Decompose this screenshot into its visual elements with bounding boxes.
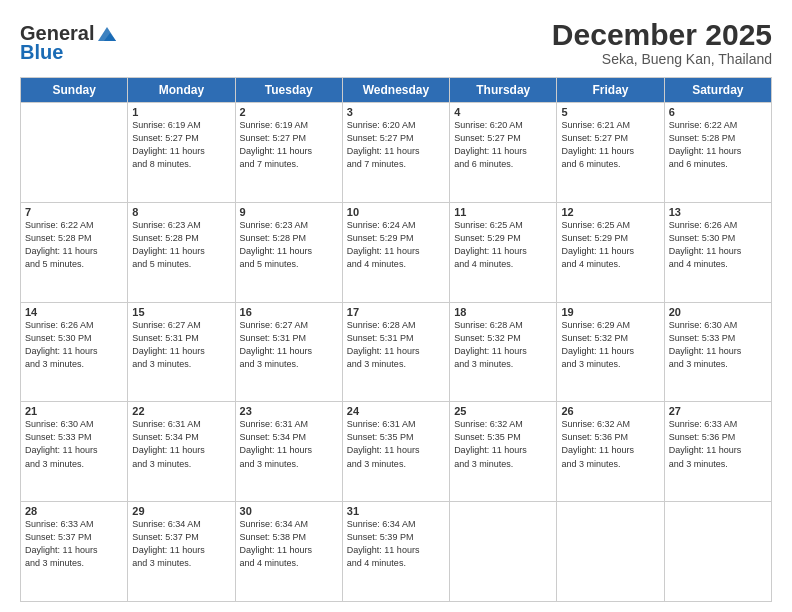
day-number: 15 bbox=[132, 306, 230, 318]
cell-info: Sunrise: 6:30 AMSunset: 5:33 PMDaylight:… bbox=[25, 418, 123, 470]
logo-icon bbox=[96, 25, 118, 43]
calendar-cell: 30Sunrise: 6:34 AMSunset: 5:38 PMDayligh… bbox=[235, 502, 342, 602]
logo: General Blue bbox=[20, 22, 118, 64]
calendar-cell bbox=[450, 502, 557, 602]
cell-info: Sunrise: 6:19 AMSunset: 5:27 PMDaylight:… bbox=[132, 119, 230, 171]
cell-info: Sunrise: 6:32 AMSunset: 5:35 PMDaylight:… bbox=[454, 418, 552, 470]
cell-info: Sunrise: 6:33 AMSunset: 5:37 PMDaylight:… bbox=[25, 518, 123, 570]
calendar-cell: 20Sunrise: 6:30 AMSunset: 5:33 PMDayligh… bbox=[664, 302, 771, 402]
calendar-day-header: Sunday bbox=[21, 78, 128, 103]
cell-info: Sunrise: 6:33 AMSunset: 5:36 PMDaylight:… bbox=[669, 418, 767, 470]
calendar-cell: 18Sunrise: 6:28 AMSunset: 5:32 PMDayligh… bbox=[450, 302, 557, 402]
calendar-cell: 6Sunrise: 6:22 AMSunset: 5:28 PMDaylight… bbox=[664, 103, 771, 203]
day-number: 18 bbox=[454, 306, 552, 318]
day-number: 20 bbox=[669, 306, 767, 318]
cell-info: Sunrise: 6:25 AMSunset: 5:29 PMDaylight:… bbox=[454, 219, 552, 271]
cell-info: Sunrise: 6:28 AMSunset: 5:32 PMDaylight:… bbox=[454, 319, 552, 371]
calendar-cell: 23Sunrise: 6:31 AMSunset: 5:34 PMDayligh… bbox=[235, 402, 342, 502]
calendar-header-row: SundayMondayTuesdayWednesdayThursdayFrid… bbox=[21, 78, 772, 103]
calendar-cell: 10Sunrise: 6:24 AMSunset: 5:29 PMDayligh… bbox=[342, 202, 449, 302]
calendar-cell: 16Sunrise: 6:27 AMSunset: 5:31 PMDayligh… bbox=[235, 302, 342, 402]
cell-info: Sunrise: 6:28 AMSunset: 5:31 PMDaylight:… bbox=[347, 319, 445, 371]
day-number: 24 bbox=[347, 405, 445, 417]
day-number: 29 bbox=[132, 505, 230, 517]
calendar-cell bbox=[557, 502, 664, 602]
day-number: 25 bbox=[454, 405, 552, 417]
cell-info: Sunrise: 6:31 AMSunset: 5:34 PMDaylight:… bbox=[240, 418, 338, 470]
day-number: 8 bbox=[132, 206, 230, 218]
calendar-cell: 4Sunrise: 6:20 AMSunset: 5:27 PMDaylight… bbox=[450, 103, 557, 203]
calendar-day-header: Wednesday bbox=[342, 78, 449, 103]
cell-info: Sunrise: 6:19 AMSunset: 5:27 PMDaylight:… bbox=[240, 119, 338, 171]
cell-info: Sunrise: 6:23 AMSunset: 5:28 PMDaylight:… bbox=[132, 219, 230, 271]
cell-info: Sunrise: 6:34 AMSunset: 5:38 PMDaylight:… bbox=[240, 518, 338, 570]
day-number: 26 bbox=[561, 405, 659, 417]
calendar-cell: 21Sunrise: 6:30 AMSunset: 5:33 PMDayligh… bbox=[21, 402, 128, 502]
calendar-cell: 11Sunrise: 6:25 AMSunset: 5:29 PMDayligh… bbox=[450, 202, 557, 302]
month-title: December 2025 bbox=[552, 18, 772, 51]
day-number: 6 bbox=[669, 106, 767, 118]
day-number: 11 bbox=[454, 206, 552, 218]
calendar-cell: 27Sunrise: 6:33 AMSunset: 5:36 PMDayligh… bbox=[664, 402, 771, 502]
calendar-day-header: Thursday bbox=[450, 78, 557, 103]
day-number: 17 bbox=[347, 306, 445, 318]
cell-info: Sunrise: 6:20 AMSunset: 5:27 PMDaylight:… bbox=[454, 119, 552, 171]
cell-info: Sunrise: 6:34 AMSunset: 5:37 PMDaylight:… bbox=[132, 518, 230, 570]
calendar-cell bbox=[664, 502, 771, 602]
calendar-week-row: 1Sunrise: 6:19 AMSunset: 5:27 PMDaylight… bbox=[21, 103, 772, 203]
day-number: 16 bbox=[240, 306, 338, 318]
location-subtitle: Seka, Bueng Kan, Thailand bbox=[552, 51, 772, 67]
calendar-cell bbox=[21, 103, 128, 203]
day-number: 22 bbox=[132, 405, 230, 417]
day-number: 2 bbox=[240, 106, 338, 118]
calendar-cell: 8Sunrise: 6:23 AMSunset: 5:28 PMDaylight… bbox=[128, 202, 235, 302]
cell-info: Sunrise: 6:22 AMSunset: 5:28 PMDaylight:… bbox=[669, 119, 767, 171]
calendar-cell: 15Sunrise: 6:27 AMSunset: 5:31 PMDayligh… bbox=[128, 302, 235, 402]
calendar-cell: 2Sunrise: 6:19 AMSunset: 5:27 PMDaylight… bbox=[235, 103, 342, 203]
cell-info: Sunrise: 6:27 AMSunset: 5:31 PMDaylight:… bbox=[132, 319, 230, 371]
calendar-week-row: 21Sunrise: 6:30 AMSunset: 5:33 PMDayligh… bbox=[21, 402, 772, 502]
day-number: 1 bbox=[132, 106, 230, 118]
day-number: 30 bbox=[240, 505, 338, 517]
day-number: 28 bbox=[25, 505, 123, 517]
cell-info: Sunrise: 6:30 AMSunset: 5:33 PMDaylight:… bbox=[669, 319, 767, 371]
day-number: 9 bbox=[240, 206, 338, 218]
day-number: 7 bbox=[25, 206, 123, 218]
calendar-week-row: 7Sunrise: 6:22 AMSunset: 5:28 PMDaylight… bbox=[21, 202, 772, 302]
day-number: 21 bbox=[25, 405, 123, 417]
logo-blue: Blue bbox=[20, 41, 63, 64]
calendar-cell: 22Sunrise: 6:31 AMSunset: 5:34 PMDayligh… bbox=[128, 402, 235, 502]
day-number: 13 bbox=[669, 206, 767, 218]
header: General Blue December 2025 Seka, Bueng K… bbox=[20, 18, 772, 67]
cell-info: Sunrise: 6:27 AMSunset: 5:31 PMDaylight:… bbox=[240, 319, 338, 371]
cell-info: Sunrise: 6:31 AMSunset: 5:35 PMDaylight:… bbox=[347, 418, 445, 470]
calendar-cell: 25Sunrise: 6:32 AMSunset: 5:35 PMDayligh… bbox=[450, 402, 557, 502]
calendar-cell: 13Sunrise: 6:26 AMSunset: 5:30 PMDayligh… bbox=[664, 202, 771, 302]
calendar-cell: 17Sunrise: 6:28 AMSunset: 5:31 PMDayligh… bbox=[342, 302, 449, 402]
calendar-cell: 29Sunrise: 6:34 AMSunset: 5:37 PMDayligh… bbox=[128, 502, 235, 602]
day-number: 4 bbox=[454, 106, 552, 118]
calendar-day-header: Friday bbox=[557, 78, 664, 103]
day-number: 27 bbox=[669, 405, 767, 417]
day-number: 12 bbox=[561, 206, 659, 218]
calendar-cell: 12Sunrise: 6:25 AMSunset: 5:29 PMDayligh… bbox=[557, 202, 664, 302]
cell-info: Sunrise: 6:20 AMSunset: 5:27 PMDaylight:… bbox=[347, 119, 445, 171]
calendar-cell: 5Sunrise: 6:21 AMSunset: 5:27 PMDaylight… bbox=[557, 103, 664, 203]
day-number: 10 bbox=[347, 206, 445, 218]
calendar-cell: 31Sunrise: 6:34 AMSunset: 5:39 PMDayligh… bbox=[342, 502, 449, 602]
calendar-cell: 9Sunrise: 6:23 AMSunset: 5:28 PMDaylight… bbox=[235, 202, 342, 302]
cell-info: Sunrise: 6:29 AMSunset: 5:32 PMDaylight:… bbox=[561, 319, 659, 371]
cell-info: Sunrise: 6:22 AMSunset: 5:28 PMDaylight:… bbox=[25, 219, 123, 271]
calendar-cell: 24Sunrise: 6:31 AMSunset: 5:35 PMDayligh… bbox=[342, 402, 449, 502]
calendar-cell: 3Sunrise: 6:20 AMSunset: 5:27 PMDaylight… bbox=[342, 103, 449, 203]
calendar-table: SundayMondayTuesdayWednesdayThursdayFrid… bbox=[20, 77, 772, 602]
calendar-week-row: 28Sunrise: 6:33 AMSunset: 5:37 PMDayligh… bbox=[21, 502, 772, 602]
calendar-cell: 26Sunrise: 6:32 AMSunset: 5:36 PMDayligh… bbox=[557, 402, 664, 502]
calendar-day-header: Monday bbox=[128, 78, 235, 103]
calendar-cell: 19Sunrise: 6:29 AMSunset: 5:32 PMDayligh… bbox=[557, 302, 664, 402]
cell-info: Sunrise: 6:31 AMSunset: 5:34 PMDaylight:… bbox=[132, 418, 230, 470]
cell-info: Sunrise: 6:26 AMSunset: 5:30 PMDaylight:… bbox=[25, 319, 123, 371]
calendar-day-header: Saturday bbox=[664, 78, 771, 103]
calendar-cell: 7Sunrise: 6:22 AMSunset: 5:28 PMDaylight… bbox=[21, 202, 128, 302]
calendar-cell: 28Sunrise: 6:33 AMSunset: 5:37 PMDayligh… bbox=[21, 502, 128, 602]
